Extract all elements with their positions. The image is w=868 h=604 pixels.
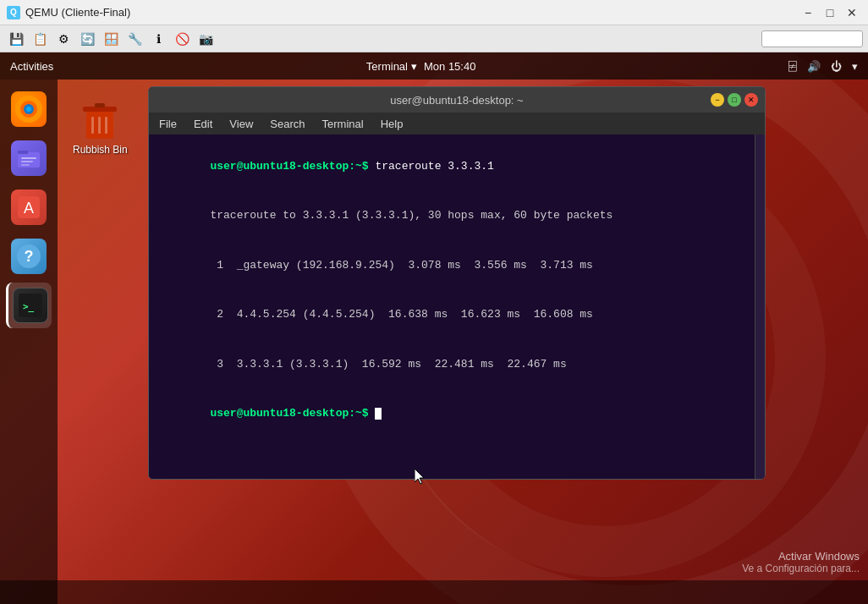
power-menu-arrow[interactable]: ▾ xyxy=(849,60,861,73)
panel-center: Terminal ▾ Mon 15:40 xyxy=(63,60,778,73)
qemu-title-left: Q QEMU (Cliente-Final) xyxy=(7,6,130,19)
minimize-button[interactable]: − xyxy=(799,3,817,22)
terminal-content[interactable]: user@ubuntu18-desktop:~$ traceroute 3.3.… xyxy=(149,135,765,479)
terminal-window-titlebar: user@ubuntu18-desktop: ~ − □ ✕ xyxy=(149,87,765,113)
terminal-line-2: traceroute to 3.3.3.1 (3.3.3.1), 30 hops… xyxy=(157,191,756,241)
panel-clock: Mon 15:40 xyxy=(424,60,475,73)
svg-rect-5 xyxy=(18,151,28,154)
toolbar-refresh-btn[interactable]: 🔄 xyxy=(76,28,98,50)
dock-item-firefox[interactable] xyxy=(6,86,52,132)
dock-item-terminal[interactable]: >_ xyxy=(6,283,52,328)
terminal-line-6: user@ubuntu18-desktop:~$ xyxy=(157,389,756,439)
svg-rect-8 xyxy=(21,164,30,166)
terminal-line-5: 3 3.3.3.1 (3.3.3.1) 16.592 ms 22.481 ms … xyxy=(157,339,756,389)
svg-text:?: ? xyxy=(25,248,34,265)
terminal-window: user@ubuntu18-desktop: ~ − □ ✕ File Edit… xyxy=(148,86,766,480)
terminal-close-button[interactable]: ✕ xyxy=(744,93,758,107)
toolbar-tool-btn[interactable]: 🔧 xyxy=(124,28,146,50)
terminal-cursor xyxy=(375,408,382,420)
sound-icon[interactable]: 🔊 xyxy=(804,60,824,73)
terminal-scrollbar[interactable] xyxy=(755,135,765,479)
terminal-line-3: 1 _gateway (192.168.9.254) 3.078 ms 3.55… xyxy=(157,240,756,290)
svg-rect-20 xyxy=(95,103,105,107)
terminal-output-2: 1 _gateway (192.168.9.254) 3.078 ms 3.55… xyxy=(210,259,592,272)
terminal-minimize-button[interactable]: − xyxy=(711,93,724,107)
terminal-menu-terminal[interactable]: Terminal xyxy=(319,116,367,132)
qemu-window-controls: − □ ✕ xyxy=(799,3,861,22)
terminal-menu-button[interactable]: Terminal ▾ xyxy=(366,60,417,73)
terminal-command-1: traceroute 3.3.3.1 xyxy=(369,160,494,173)
terminal-dock-icon: >_ xyxy=(13,288,48,323)
terminal-output-4: 3 3.3.3.1 (3.3.3.1) 16.592 ms 22.481 ms … xyxy=(210,358,566,371)
gnome-panel: Activities Terminal ▾ Mon 15:40 ⍯ 🔊 ⏻ ▾ xyxy=(0,52,868,80)
power-icon[interactable]: ⏻ xyxy=(827,60,845,73)
toolbar-info-btn[interactable]: ℹ xyxy=(147,28,169,50)
terminal-prompt-1: user@ubuntu18-desktop:~$ xyxy=(210,160,368,173)
toolbar-save-btn[interactable]: 💾 xyxy=(5,28,27,50)
dock-item-help[interactable]: ? xyxy=(6,233,52,279)
qemu-search-input[interactable] xyxy=(761,30,863,47)
terminal-menubar: File Edit View Search Terminal Help xyxy=(149,113,765,135)
activities-button[interactable]: Activities xyxy=(0,52,63,80)
terminal-menu-search[interactable]: Search xyxy=(266,116,308,132)
ubuntu-desktop: Activities Terminal ▾ Mon 15:40 ⍯ 🔊 ⏻ ▾ xyxy=(0,52,868,604)
software-icon: A xyxy=(11,189,47,225)
maximize-button[interactable]: □ xyxy=(821,3,839,22)
svg-rect-18 xyxy=(105,117,107,134)
help-icon: ? xyxy=(11,239,47,274)
terminal-line-4: 2 4.4.5.254 (4.4.5.254) 16.638 ms 16.623… xyxy=(157,290,756,340)
files-icon xyxy=(11,140,47,176)
terminal-output-3: 2 4.4.5.254 (4.4.5.254) 16.638 ms 16.623… xyxy=(210,308,592,321)
bottom-taskbar xyxy=(0,580,868,604)
qemu-toolbar: 💾 📋 ⚙ 🔄 🪟 🔧 ℹ 🚫 📷 xyxy=(0,25,868,52)
firefox-icon xyxy=(11,91,47,127)
panel-right-icons: ⍯ 🔊 ⏻ ▾ xyxy=(778,58,868,74)
activate-windows-line2: Ve a Configuración para... xyxy=(742,563,860,574)
terminal-maximize-button[interactable]: □ xyxy=(728,93,741,107)
svg-point-3 xyxy=(26,107,31,112)
terminal-menu-help[interactable]: Help xyxy=(377,116,407,132)
terminal-window-buttons: − □ ✕ xyxy=(711,93,758,107)
svg-rect-6 xyxy=(21,157,36,159)
qemu-app-icon: Q xyxy=(7,6,20,19)
svg-text:>_: >_ xyxy=(23,301,35,312)
terminal-menu-file[interactable]: File xyxy=(156,116,180,132)
left-dock: A ? >_ xyxy=(0,80,58,604)
svg-rect-7 xyxy=(21,161,33,162)
accessibility-icon[interactable]: ⍯ xyxy=(785,58,800,74)
activate-windows-watermark: Activar Windows Ve a Configuración para.… xyxy=(742,550,860,574)
qemu-title-text: QEMU (Cliente-Final) xyxy=(25,6,130,19)
terminal-output-1: traceroute to 3.3.3.1 (3.3.3.1), 30 hops… xyxy=(210,209,613,222)
activate-windows-line1: Activar Windows xyxy=(742,550,860,563)
close-button[interactable]: ✕ xyxy=(843,3,861,22)
terminal-prompt-2: user@ubuntu18-desktop:~$ xyxy=(210,407,368,420)
toolbar-block-btn[interactable]: 🚫 xyxy=(171,28,193,50)
toolbar-screenshot-btn[interactable]: 📷 xyxy=(195,28,217,50)
terminal-line-1: user@ubuntu18-desktop:~$ traceroute 3.3.… xyxy=(157,141,756,191)
rubbish-bin-icon xyxy=(80,100,120,140)
svg-rect-17 xyxy=(98,117,101,134)
dock-item-files[interactable] xyxy=(6,135,52,181)
terminal-menu-edit[interactable]: Edit xyxy=(190,116,216,132)
svg-text:A: A xyxy=(24,200,34,217)
toolbar-settings-btn[interactable]: ⚙ xyxy=(52,28,74,50)
terminal-title-text: user@ubuntu18-desktop: ~ xyxy=(390,94,523,107)
dock-item-software[interactable]: A xyxy=(6,184,52,230)
terminal-menu-view[interactable]: View xyxy=(226,116,256,132)
rubbish-bin-label: Rubbish Bin xyxy=(73,144,128,156)
toolbar-window-btn[interactable]: 🪟 xyxy=(100,28,122,50)
toolbar-copy-btn[interactable]: 📋 xyxy=(29,28,51,50)
qemu-titlebar: Q QEMU (Cliente-Final) − □ ✕ xyxy=(0,0,868,25)
svg-rect-16 xyxy=(91,117,94,134)
rubbish-bin[interactable]: Rubbish Bin xyxy=(68,95,133,161)
